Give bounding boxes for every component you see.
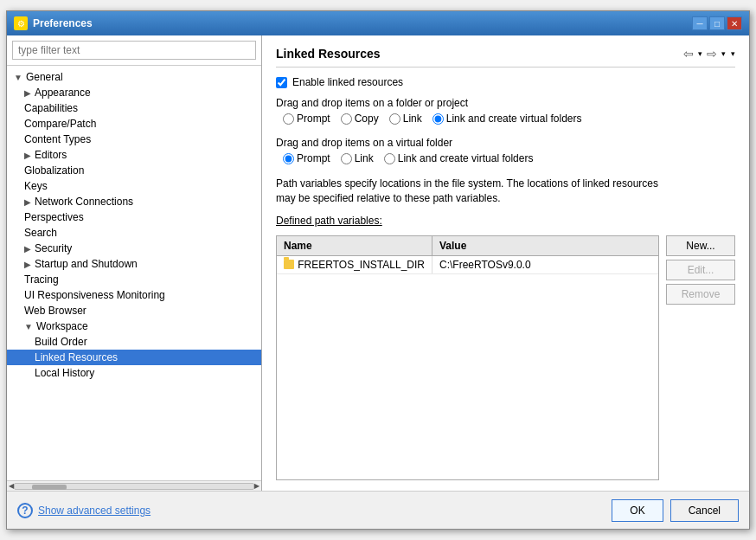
tree-item-globalization[interactable]: Globalization [7, 163, 261, 178]
folder-copy-label: Copy [355, 112, 379, 125]
folder-link-virtual-label: Link and create virtual folders [446, 112, 582, 125]
tree-label-keys: Keys [24, 180, 48, 192]
new-button[interactable]: New... [666, 235, 735, 256]
enable-linked-checkbox[interactable] [276, 77, 287, 88]
tree-item-ui-responsiveness[interactable]: UI Responsiveness Monitoring [7, 287, 261, 303]
col-value-header: Value [432, 236, 658, 255]
scroll-right-btn[interactable]: ▶ [254, 482, 259, 490]
tree-item-compare-patch[interactable]: Compare/Patch [7, 116, 261, 132]
panel-title: Linked Resources [276, 47, 381, 61]
right-panel: Linked Resources ⇦ ▾ ⇨ ▾ ▾ Enable linked… [262, 35, 749, 491]
edit-button[interactable]: Edit... [666, 260, 735, 280]
tree-item-web-browser[interactable]: Web Browser [7, 303, 261, 318]
horizontal-scrollbar[interactable]: ◀ ▶ [7, 480, 261, 491]
tree-item-keys[interactable]: Keys [7, 178, 261, 194]
tree-label-workspace: Workspace [36, 320, 88, 332]
tree-item-build-order[interactable]: Build Order [7, 334, 261, 350]
folder-copy-radio[interactable] [341, 113, 352, 125]
folder-link-option[interactable]: Link [389, 112, 422, 125]
folder-section: Drag and drop items on a folder or proje… [276, 97, 735, 128]
table-body: FREERTOS_INSTALL_DIR C:\FreeRTOSv9.0.0 [277, 256, 658, 479]
tree-label-compare-patch: Compare/Patch [24, 118, 96, 130]
folder-link-radio[interactable] [389, 113, 400, 125]
bottom-left: ? Show advanced settings [17, 503, 151, 518]
close-button[interactable]: ✕ [727, 16, 742, 30]
expand-arrow-startup: ▶ [24, 260, 31, 269]
side-buttons: New... Edit... Remove [666, 235, 735, 480]
folder-prompt-option[interactable]: Prompt [283, 112, 330, 125]
tree-item-perspectives[interactable]: Perspectives [7, 209, 261, 225]
virtual-link-virtual-radio[interactable] [384, 153, 395, 164]
folder-icon [284, 260, 294, 269]
path-table: Name Value FREERTOS_INSTALL_DIR C:\FreeR… [276, 235, 659, 480]
row-name-cell: FREERTOS_INSTALL_DIR [277, 256, 432, 273]
expand-arrow-workspace: ▼ [24, 322, 33, 331]
tree-item-content-types[interactable]: Content Types [7, 132, 261, 147]
ok-button[interactable]: OK [612, 499, 663, 522]
scroll-thumb [32, 485, 67, 490]
folder-copy-option[interactable]: Copy [341, 112, 379, 125]
expand-arrow-editors: ▶ [24, 151, 31, 160]
tree-label-perspectives: Perspectives [24, 211, 84, 223]
virtual-link-label: Link [355, 152, 374, 164]
tree-item-startup-shutdown[interactable]: ▶ Startup and Shutdown [7, 256, 261, 272]
tree-label-security: Security [35, 242, 72, 254]
title-bar: ⚙ Preferences ─ □ ✕ [7, 11, 749, 35]
tree-label-network-connections: Network Connections [35, 196, 133, 208]
title-bar-left: ⚙ Preferences [14, 16, 93, 30]
tree-item-editors[interactable]: ▶ Editors [7, 147, 261, 163]
scroll-track [14, 483, 254, 490]
expand-arrow-network: ▶ [24, 197, 31, 207]
path-desc: Path variables specify locations in the … [276, 177, 735, 206]
folder-link-virtual-radio[interactable] [432, 113, 444, 125]
more-dropdown-icon[interactable]: ▾ [731, 49, 735, 58]
tree-item-capabilities[interactable]: Capabilities [7, 100, 261, 116]
virtual-link-radio[interactable] [341, 153, 352, 164]
tree-item-workspace[interactable]: ▼ Workspace [7, 318, 261, 334]
virtual-prompt-radio[interactable] [283, 153, 294, 164]
maximize-button[interactable]: □ [709, 16, 725, 30]
folder-radio-group: Prompt Copy Link Link and create virtual… [276, 112, 735, 125]
tree-label-globalization: Globalization [24, 164, 84, 177]
tree-label-local-history: Local History [35, 367, 94, 379]
window-icon: ⚙ [14, 16, 28, 30]
filter-input[interactable] [12, 41, 256, 60]
back-dropdown-icon[interactable]: ▾ [698, 49, 702, 58]
virtual-link-option[interactable]: Link [341, 152, 374, 164]
tree-label-editors: Editors [35, 149, 67, 161]
folder-prompt-radio[interactable] [283, 113, 294, 125]
expand-arrow-general: ▼ [14, 73, 22, 82]
table-area: Name Value FREERTOS_INSTALL_DIR C:\FreeR… [276, 235, 735, 480]
forward-dropdown-icon[interactable]: ▾ [721, 49, 726, 58]
tree-item-search[interactable]: Search [7, 225, 261, 241]
remove-button[interactable]: Remove [666, 284, 735, 305]
virtual-link-virtual-option[interactable]: Link and create virtual folders [384, 152, 534, 164]
tree-item-tracing[interactable]: Tracing [7, 272, 261, 287]
tree-item-general[interactable]: ▼ General [7, 69, 261, 85]
tree-item-security[interactable]: ▶ Security [7, 241, 261, 256]
virtual-prompt-option[interactable]: Prompt [283, 152, 330, 164]
show-advanced-button[interactable]: Show advanced settings [38, 505, 151, 517]
tree-item-appearance[interactable]: ▶ Appearance [7, 85, 261, 100]
help-icon[interactable]: ? [17, 503, 33, 518]
virtual-section-label: Drag and drop items on a virtual folder [276, 137, 735, 149]
back-button[interactable]: ⇦ [681, 46, 696, 61]
folder-section-label: Drag and drop items on a folder or proje… [276, 97, 735, 109]
table-row[interactable]: FREERTOS_INSTALL_DIR C:\FreeRTOSv9.0.0 [277, 256, 658, 274]
tree-item-network-connections[interactable]: ▶ Network Connections [7, 194, 261, 209]
tree-item-linked-resources[interactable]: Linked Resources [7, 350, 261, 365]
folder-link-virtual-option[interactable]: Link and create virtual folders [432, 112, 582, 125]
cancel-button[interactable]: Cancel [670, 499, 739, 522]
tree-label-appearance: Appearance [35, 87, 91, 99]
enable-linked-label[interactable]: Enable linked resources [292, 76, 403, 88]
tree-label-ui-responsiveness: UI Responsiveness Monitoring [24, 289, 165, 301]
tree-label-build-order: Build Order [35, 336, 87, 348]
forward-button[interactable]: ⇨ [704, 46, 720, 61]
tree-item-local-history[interactable]: Local History [7, 365, 261, 381]
minimize-button[interactable]: ─ [692, 16, 708, 30]
virtual-radio-group: Prompt Link Link and create virtual fold… [276, 152, 735, 164]
tree-container: ▼ General ▶ Appearance Capabilities Comp… [7, 66, 261, 480]
tree-label-tracing: Tracing [24, 273, 59, 286]
tree-label-general: General [26, 71, 63, 83]
tree-label-capabilities: Capabilities [24, 102, 78, 114]
